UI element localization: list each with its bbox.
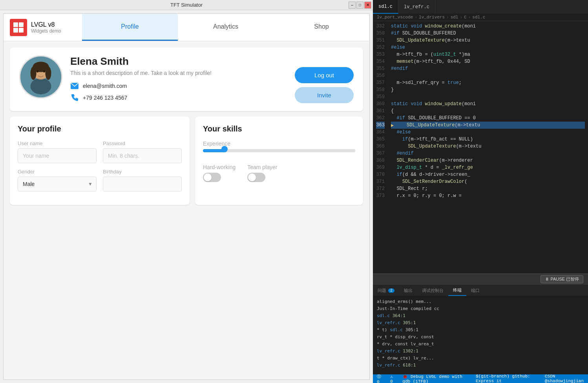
experience-bar-wrap: Experience xyxy=(203,140,355,157)
breadcrumb-1: lv_port_vscode xyxy=(377,15,413,20)
ln-360: 360 xyxy=(376,100,385,108)
close-button[interactable]: ✕ xyxy=(364,2,371,9)
code-line-356 xyxy=(391,72,585,79)
window-title: TFT Simulator xyxy=(170,2,203,8)
breadcrumb-4: C xyxy=(464,15,467,20)
ln-365: 365 xyxy=(376,136,385,143)
profile-actions: Log out Invite xyxy=(295,67,354,103)
term-line-4: lv_refr.c 305:1 xyxy=(377,319,584,326)
ln-358: 358 xyxy=(376,86,385,93)
gender-select-wrap: Male Female Other ▼ xyxy=(18,177,97,192)
phone-text: +79 246 123 4567 xyxy=(83,95,127,101)
team-player-toggle[interactable] xyxy=(247,173,265,182)
invite-button[interactable]: Invite xyxy=(295,87,354,103)
app-logo: LVGL v8 Widgets demo xyxy=(4,19,82,36)
svg-point-10 xyxy=(45,67,51,80)
profile-card: Elena Smith This is a short description … xyxy=(10,47,363,111)
tab-problems[interactable]: 问题 2 xyxy=(373,285,399,296)
hardworking-label: Hard-working xyxy=(203,164,236,170)
password-input[interactable] xyxy=(103,148,182,163)
ln-356: 356 xyxy=(376,72,385,79)
status-bar: ⓪ 0 ⚠ 0 🐞 Debug LVGL demo with gdb (1TFB… xyxy=(373,374,588,383)
github-label: $(git-branch) github: Express it xyxy=(476,374,539,383)
debug-label: 🐞 Debug LVGL demo with gdb (1TFB) xyxy=(402,374,469,383)
code-tab-refr[interactable]: lv_refr.c xyxy=(398,0,435,14)
profile-info: Elena Smith This is a short description … xyxy=(70,55,287,102)
tab-ports[interactable]: 端口 xyxy=(466,285,484,296)
bottom-panel: 问题 2 输出 调试控制台 终端 端口 aligned_erms() mem..… xyxy=(373,285,588,374)
ln-373: 373 xyxy=(376,192,385,199)
code-line-361: { xyxy=(391,108,585,115)
code-line-372: SDL_Rect r; xyxy=(391,185,585,192)
term-line-5: * t) sdl.c 305:1 xyxy=(377,326,584,334)
ln-359: 359 xyxy=(376,93,385,100)
code-line-368: SDL_RenderClear(m->renderer xyxy=(391,157,585,164)
tab-shop[interactable]: Shop xyxy=(274,14,369,41)
simulator-panel: TFT Simulator – □ ✕ LVGL v8 xyxy=(0,0,373,383)
birthday-input[interactable] xyxy=(103,177,182,192)
maximize-button[interactable]: □ xyxy=(356,2,363,9)
code-area: 332 350 351 352 353 354 355 356 357 358 … xyxy=(373,21,588,274)
term-line-7: * drv, const lv_area_t xyxy=(377,341,584,348)
experience-slider[interactable] xyxy=(203,149,355,157)
svg-rect-1 xyxy=(19,22,24,27)
team-player-toggle-group: Team player xyxy=(247,164,277,182)
code-line-352: #else xyxy=(391,44,585,51)
gender-label: Gender xyxy=(18,169,97,175)
bottom-tabs: 问题 2 输出 调试控制台 终端 端口 xyxy=(373,285,588,296)
profile-contact: elena@smith.com +79 246 123 4567 xyxy=(70,82,287,102)
ln-363: 363 xyxy=(376,122,385,129)
code-line-350: #if SDL_DOUBLE_BUFFERED xyxy=(391,30,585,37)
code-line-371: SDL_SetRenderDrawColor( xyxy=(391,178,585,185)
svg-point-12 xyxy=(43,70,46,73)
code-editor-tabs: sdl.c lv_refr.c xyxy=(373,0,588,14)
form-group-username: User name xyxy=(18,140,97,163)
content-area: Elena Smith This is a short description … xyxy=(4,41,369,379)
code-line-362: #if SDL_DOUBLE_BUFFERED == 0 xyxy=(391,115,585,122)
code-line-363: ▶ SDL_UpdateTexture(m->textu xyxy=(391,122,585,129)
tab-debug-console[interactable]: 调试控制台 xyxy=(417,285,448,296)
username-input[interactable] xyxy=(18,148,97,163)
tab-terminal[interactable]: 终端 xyxy=(448,285,466,296)
ln-353: 353 xyxy=(376,51,385,58)
code-line-351: SDL_UpdateTexture(m->textu xyxy=(391,37,585,44)
ln-368: 368 xyxy=(376,157,385,164)
tab-profile[interactable]: Profile xyxy=(82,14,178,41)
ln-332: 332 xyxy=(376,23,385,30)
term-line-1: aligned_erms() mem... xyxy=(377,298,584,305)
ln-350: 350 xyxy=(376,30,385,37)
svg-rect-3 xyxy=(19,28,24,33)
experience-knob[interactable] xyxy=(221,146,228,152)
toggle-row: Hard-working Team player xyxy=(203,164,355,182)
ln-357: 357 xyxy=(376,79,385,86)
term-line-9: t * draw_ctx) lv_re... xyxy=(377,355,584,362)
code-tab-sdl[interactable]: sdl.c xyxy=(373,0,398,14)
logout-button[interactable]: Log out xyxy=(295,67,354,83)
term-line-2: Just-In-Time compiled cc xyxy=(377,305,584,312)
csdn-label: CSDN @shadowjingjian xyxy=(545,374,584,383)
tab-analytics[interactable]: Analytics xyxy=(178,14,274,41)
minimize-button[interactable]: – xyxy=(349,2,356,9)
team-player-label: Team player xyxy=(247,164,277,170)
tab-output[interactable]: 输出 xyxy=(399,285,417,296)
hardworking-toggle[interactable] xyxy=(203,173,221,182)
code-line-354: memset(m->tft_fb, 0x44, SD xyxy=(391,58,585,65)
pause-button[interactable]: ⏸ PAUSE 已智停 xyxy=(541,275,583,283)
gender-select[interactable]: Male Female Other xyxy=(18,177,97,192)
code-line-355: #endif xyxy=(391,65,585,72)
your-profile-title: Your profile xyxy=(18,124,182,133)
hardworking-toggle-group: Hard-working xyxy=(203,164,236,182)
code-line-365: if(m->tft_fb_act == NULL) xyxy=(391,136,585,143)
profile-description: This is a short description of me. Take … xyxy=(70,70,287,76)
phone-icon xyxy=(70,93,79,102)
logo-icon xyxy=(10,19,27,36)
code-line-366: SDL_UpdateTexture(m->textu xyxy=(391,143,585,150)
code-line-367: #endif xyxy=(391,150,585,157)
contact-phone-row: +79 246 123 4567 xyxy=(70,93,287,102)
window-controls: – □ ✕ xyxy=(349,2,371,9)
code-lines: static void window_create(moni #if SDL_D… xyxy=(388,21,588,274)
problems-label: 问题 xyxy=(378,288,386,294)
code-line-360: static void window_update(moni xyxy=(391,100,585,108)
contact-email-row: elena@smith.com xyxy=(70,82,287,90)
logo-text: LVGL v8 Widgets demo xyxy=(31,21,61,34)
